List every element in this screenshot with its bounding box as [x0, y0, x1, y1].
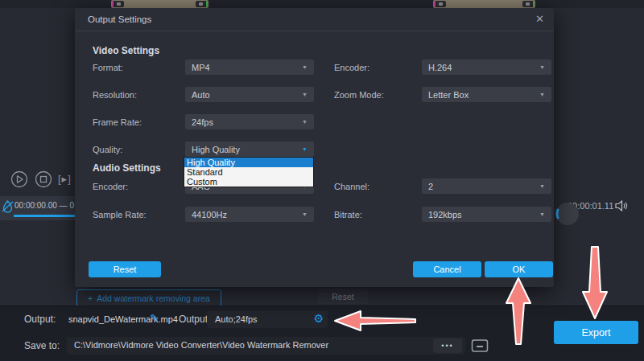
- progress-bar[interactable]: [14, 215, 75, 217]
- chevron-down-icon: ▼: [302, 92, 308, 97]
- clip-left-handle[interactable]: [112, 1, 124, 7]
- dialog-header: Output Settings ✕: [75, 8, 554, 31]
- bitrate-label: Bitrate:: [334, 210, 362, 219]
- output-format-label: Output:: [179, 314, 210, 325]
- quality-select[interactable]: High Quality ▼: [185, 142, 314, 157]
- format-label: Format:: [93, 63, 123, 72]
- video-encoder-value: H.264: [428, 63, 452, 72]
- output-settings-dialog: Output Settings ✕ Video Settings Format:…: [75, 8, 554, 287]
- frame-rate-select[interactable]: 24fps ▼: [185, 114, 314, 129]
- clip-right-handle[interactable]: [196, 1, 208, 7]
- resolution-select[interactable]: Auto ▼: [185, 87, 314, 102]
- audio-settings-heading: Audio Settings: [93, 162, 161, 174]
- channel-label: Channel:: [334, 182, 369, 191]
- sample-rate-value: 44100Hz: [192, 210, 227, 219]
- add-watermark-area-label: Add watermark removing area: [97, 293, 210, 303]
- zoom-mode-value: Letter Box: [428, 90, 469, 100]
- folder-icon: [471, 338, 489, 354]
- workspace-reset-label: Reset: [332, 292, 353, 302]
- edit-filename-icon[interactable]: ✎: [150, 312, 159, 324]
- sample-rate-select[interactable]: 44100Hz ▼: [185, 207, 314, 222]
- timeline-filmstrip: [0, 0, 644, 8]
- export-label: Export: [581, 327, 610, 338]
- quality-label: Quality:: [93, 145, 122, 154]
- output-format-field[interactable]: Auto;24fps ⚙: [207, 311, 328, 328]
- elapsed-time: 00:00:00.00 — 0: [14, 201, 74, 210]
- annotation-arrow-gear: [332, 309, 418, 333]
- reset-button[interactable]: Reset: [89, 261, 161, 277]
- format-value: MP4: [192, 63, 210, 72]
- video-settings-heading: Video Settings: [93, 45, 159, 56]
- format-select[interactable]: MP4 ▼: [185, 59, 314, 75]
- ok-button[interactable]: OK: [485, 261, 553, 277]
- save-path-field[interactable]: C:\Vidmore\Vidmore Video Converter\Video…: [67, 337, 465, 355]
- quality-value: High Quality: [192, 145, 240, 154]
- cancel-label: Cancel: [433, 265, 460, 274]
- chevron-down-icon: ▼: [302, 119, 308, 125]
- channel-value: 2: [428, 182, 433, 191]
- cancel-button[interactable]: Cancel: [413, 261, 481, 277]
- video-clip-thumbnail[interactable]: [111, 0, 208, 8]
- preview-icon: [▸]: [58, 173, 72, 185]
- stop-icon: [35, 170, 52, 188]
- chevron-down-icon: ▼: [302, 211, 308, 217]
- output-settings-gear-icon[interactable]: ⚙: [313, 312, 324, 325]
- chevron-down-icon: ▼: [302, 64, 308, 70]
- open-folder-button[interactable]: [471, 338, 489, 354]
- play-icon: [10, 170, 28, 188]
- save-to-label: Save to:: [24, 340, 60, 351]
- ellipsis-icon: •••: [441, 342, 453, 350]
- quality-dropdown-list: High Quality Standard Custom: [184, 157, 314, 187]
- add-watermark-area-button[interactable]: + Add watermark removing area: [76, 289, 221, 306]
- ok-label: OK: [513, 265, 526, 274]
- dialog-title: Output Settings: [88, 14, 151, 24]
- playback-timeline[interactable]: 00:00:00.00 — 0: [0, 196, 75, 220]
- remove-watermark-icon: [2, 199, 14, 213]
- export-button[interactable]: Export: [554, 321, 638, 344]
- chevron-down-icon: ▼: [302, 146, 308, 152]
- chevron-down-icon: ▼: [539, 64, 545, 70]
- reset-label: Reset: [114, 265, 137, 274]
- frame-rate-value: 24fps: [192, 117, 213, 127]
- video-encoder-label: Encoder:: [334, 63, 369, 72]
- output-format-value: Auto;24fps: [215, 314, 258, 324]
- chevron-down-icon: ▼: [539, 211, 545, 217]
- chevron-down-icon: ▼: [539, 183, 545, 189]
- play-button[interactable]: [10, 170, 28, 188]
- video-encoder-select[interactable]: H.264 ▼: [422, 59, 551, 75]
- video-watermark-remover-window: [▸] 00:00:00.00 — 0 00:00:01.11 + Add wa…: [0, 0, 644, 361]
- video-clip-thumbnail[interactable]: [433, 0, 535, 8]
- resolution-label: Resolution:: [93, 90, 137, 100]
- resolution-value: Auto: [192, 90, 210, 100]
- frame-rate-label: Frame Rate:: [93, 117, 142, 127]
- stop-button[interactable]: [35, 170, 52, 188]
- audio-encoder-label: Encoder:: [93, 182, 128, 191]
- annotation-arrow-ok: [505, 277, 532, 346]
- output-filename: snapvid_DeWatermark.mp4: [68, 314, 178, 324]
- export-footer-bar: Output: snapvid_DeWatermark.mp4 ✎ Output…: [0, 306, 644, 361]
- clip-right-handle[interactable]: [522, 1, 535, 7]
- chevron-down-icon: ▼: [539, 92, 545, 97]
- zoom-mode-label: Zoom Mode:: [334, 90, 384, 100]
- preview-button[interactable]: [▸]: [58, 173, 72, 185]
- volume-knob[interactable]: [555, 201, 580, 227]
- close-icon[interactable]: ✕: [535, 13, 544, 25]
- bitrate-value: 192kbps: [428, 210, 462, 219]
- output-name-label: Output:: [24, 314, 56, 325]
- browse-button[interactable]: •••: [433, 338, 462, 353]
- sample-rate-label: Sample Rate:: [93, 210, 147, 219]
- workspace-reset-button[interactable]: Reset: [318, 289, 368, 304]
- annotation-arrow-export: [581, 245, 609, 320]
- zoom-mode-select[interactable]: Letter Box ▼: [422, 87, 551, 102]
- dropdown-option-standard[interactable]: Standard: [184, 167, 313, 177]
- bitrate-select[interactable]: 192kbps ▼: [422, 207, 551, 222]
- plus-icon: +: [88, 293, 93, 303]
- clip-left-handle[interactable]: [434, 1, 446, 7]
- channel-select[interactable]: 2 ▼: [422, 178, 551, 194]
- dropdown-option-custom[interactable]: Custom: [184, 177, 313, 187]
- volume-icon[interactable]: [615, 200, 629, 211]
- dropdown-option-high-quality[interactable]: High Quality: [184, 158, 313, 167]
- save-path-value: C:\Vidmore\Vidmore Video Converter\Video…: [74, 340, 328, 350]
